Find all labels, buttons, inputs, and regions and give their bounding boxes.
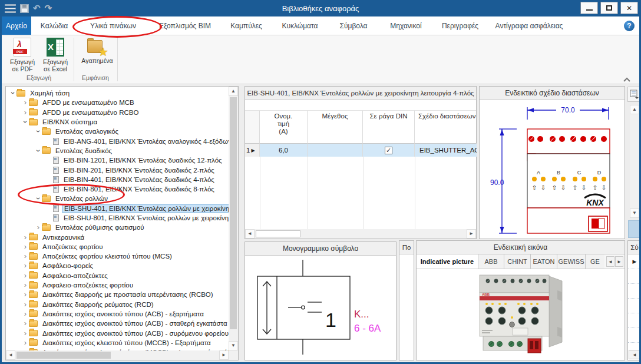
chevron-right-icon[interactable]: › [22, 282, 29, 288]
tab-archeio[interactable]: Αρχείο [2, 16, 31, 35]
tabs-scroll-right-icon[interactable]: ► [615, 256, 623, 267]
splitter-handle[interactable] [628, 220, 641, 238]
tree-item-selected[interactable]: EIB-SHU-401, EIB/KNX Έντολέας ρολλών με … [6, 204, 229, 213]
tree-item[interactable]: EIB-BIN-1201, EIB/KNX Έντολέας δυαδικός … [6, 155, 229, 165]
chevron-right-icon[interactable]: › [22, 253, 29, 259]
chevron-down-icon[interactable]: › [35, 147, 41, 154]
tree-hscrollbar[interactable]: ◄ ► [6, 350, 229, 360]
sy-row[interactable] [628, 299, 641, 313]
minimize-button[interactable] [580, 2, 598, 14]
chevron-down-icon[interactable]: › [35, 128, 41, 135]
column-header-din[interactable]: Σε ράγα DIN [363, 111, 415, 144]
po-column-header[interactable]: Πο [399, 241, 414, 254]
cell-nominal[interactable]: 6,0 [260, 144, 308, 157]
scroll-right-icon[interactable]: ► [467, 229, 476, 239]
sy-column-header[interactable]: Σύ [628, 241, 641, 254]
tree-item[interactable]: ›AFDD με ενσωματωμένο MCB [6, 98, 229, 107]
chevron-right-icon[interactable]: › [22, 302, 29, 307]
sy-scroll-left-icon[interactable]: ◄ [629, 350, 640, 359]
tree-item[interactable]: EIB-BIN-201, EIB/KNX Έντολέας δυαδικός 2… [6, 165, 229, 174]
tree-item[interactable]: ›Ασφαλειο-αποζεύκτες [6, 271, 229, 280]
chevron-right-icon[interactable]: › [35, 224, 42, 230]
tree-item[interactable]: ›Διακόπτες διαρροής με προστασία υπερέντ… [6, 290, 229, 299]
tree-item[interactable]: ›Εντολέας ρύθμισης φωτισμού [6, 223, 229, 232]
maximize-button[interactable] [600, 2, 618, 14]
tree-vscrollbar[interactable]: ▲ ▼ [229, 87, 238, 350]
tree-item[interactable]: ›Διακόπτες διαρροής ρεύματος (RCD) [6, 300, 229, 309]
sy-row[interactable] [628, 328, 641, 343]
column-header-drawing[interactable]: Σχέδιο διαστάσεων [415, 111, 477, 144]
tab-chint[interactable]: CHINT [504, 254, 531, 269]
tab-eaton[interactable]: EATON [531, 254, 557, 269]
tab-perigrafes[interactable]: Περιγραφές [433, 16, 487, 35]
tab-ge[interactable]: GE [586, 254, 604, 269]
column-header-nominal[interactable]: Ονομ. τιμή (A) [260, 111, 308, 144]
chevron-right-icon[interactable]: › [22, 110, 29, 115]
scroll-right-icon[interactable]: ► [219, 350, 229, 360]
tree-item[interactable]: ›AFDD με ενσωματωμένο RCBO [6, 108, 229, 117]
tree-item[interactable]: ›Διακόπτες ισχύος ανοικτού τύπου (ACB) -… [6, 319, 229, 328]
tree-item[interactable]: ›Εντολέας δυαδικός [6, 146, 229, 155]
tree-item[interactable]: ›Ασφαλειο-αποζεύκτες φορτίου [6, 280, 229, 290]
tree-item[interactable]: ›Διακόπτες ισχύος ανοικτού τύπου (ACB) -… [6, 328, 229, 337]
scroll-up-icon[interactable]: ▲ [229, 87, 238, 96]
tab-antigrafa-asfaleias[interactable]: Αντίγραφα ασφάλειας [487, 16, 571, 35]
tab-symvola[interactable]: Σύμβολα [328, 16, 379, 35]
scroll-down-icon[interactable]: ▼ [630, 209, 639, 218]
tab-indicative-picture[interactable]: Indicative picture [417, 254, 478, 269]
chevron-right-icon[interactable]: › [22, 292, 29, 297]
close-button[interactable]: ✕ [620, 2, 638, 14]
detail-hscrollbar[interactable]: ◄ ► [245, 229, 476, 239]
sy-row[interactable] [628, 313, 641, 328]
favorites-button[interactable]: ★ Αγαπημένα [78, 38, 116, 73]
panel-options-icon[interactable] [627, 87, 641, 102]
sy-row[interactable] [628, 284, 641, 299]
chevron-right-icon[interactable]: › [22, 234, 29, 240]
column-header-size[interactable]: Μέγεθος [308, 111, 363, 144]
tree-item[interactable]: EIB-SHU-801, EIB/KNX Έντολέας ρολλών με … [6, 213, 229, 223]
scroll-left-icon[interactable]: ◄ [245, 229, 255, 239]
tree-item[interactable]: ›Εντολέας αναλογικός [6, 127, 229, 136]
tree-item[interactable]: ›Διακόπτες ισχύος ανοικτού τύπου (ACB) -… [6, 309, 229, 319]
export-excel-button[interactable]: X Εξαγωγή σε Excel [39, 38, 71, 73]
scroll-left-icon[interactable]: ◄ [6, 350, 15, 360]
tree-item[interactable]: ›Διακόπτες ισχύος κλειστού τύπου (MCCB) … [6, 338, 229, 348]
tab-kampyles[interactable]: Καμπύλες [221, 16, 272, 35]
din-checkbox[interactable]: ✓ [385, 147, 392, 154]
cell-size[interactable] [308, 144, 363, 157]
chevron-down-icon[interactable]: › [10, 90, 16, 97]
chevron-right-icon[interactable]: › [22, 244, 29, 250]
sy-row[interactable] [628, 269, 641, 284]
chevron-right-icon[interactable]: › [22, 320, 29, 326]
chevron-down-icon[interactable]: › [22, 118, 28, 125]
tree-item[interactable]: ›Αποζεύκτες φορτίου κλειστού τύπου (MCS) [6, 252, 229, 261]
tree-item[interactable]: ›Ασφάλειο-φορείς [6, 261, 229, 270]
tree-item[interactable]: ›Αντικεραυνικά [6, 232, 229, 241]
tab-kalodia[interactable]: Καλώδια [31, 16, 77, 35]
scroll-up-icon[interactable]: ▲ [630, 105, 639, 114]
tree-item[interactable]: ›EIB/KNX σύστημα [6, 117, 229, 127]
chevron-right-icon[interactable]: › [22, 100, 29, 105]
tree-item[interactable]: ›Χαμηλή τάση [6, 88, 229, 98]
cell-drawing[interactable]: EIB_SHUTTER_ACTUA [415, 144, 477, 157]
tree-item[interactable]: EIB-ANG-401, EIB/KNX Έντολέας αναλογικός… [6, 136, 229, 145]
tab-abb[interactable]: ABB [478, 254, 504, 269]
scroll-down-icon[interactable]: ▼ [229, 341, 238, 350]
chevron-right-icon[interactable]: › [22, 311, 29, 317]
chevron-right-icon[interactable]: › [22, 340, 29, 346]
tree-item[interactable]: ›Αποζεύκτες φορτίου [6, 242, 229, 252]
tabs-scroll-left-icon[interactable]: ◄ [606, 256, 614, 267]
chevron-right-icon[interactable]: › [22, 330, 29, 336]
sy-row-current[interactable]: ▶ [628, 254, 641, 269]
chevron-right-icon[interactable]: › [22, 263, 29, 269]
cell-din[interactable]: ✓ [363, 144, 415, 157]
export-pdf-button[interactable]: λ PDF Εξαγωγή σε PDF [6, 38, 38, 73]
tab-mixanikoi[interactable]: Μηχανικοί [379, 16, 433, 35]
help-icon[interactable]: ? [624, 21, 635, 31]
chevron-right-icon[interactable]: › [22, 273, 29, 279]
dimension-vscrollbar[interactable]: ▲ ▼ [630, 105, 639, 218]
table-row[interactable]: 1▶ 6,0 ✓ EIB_SHUTTER_ACTUA [245, 144, 476, 157]
tab-gewiss[interactable]: GEWISS [557, 254, 586, 269]
tree-item[interactable]: EIB-BIN-401, EIB/KNX Έντολέας δυαδικός 4… [6, 175, 229, 184]
tab-kyklomata[interactable]: Κυκλώματα [272, 16, 328, 35]
